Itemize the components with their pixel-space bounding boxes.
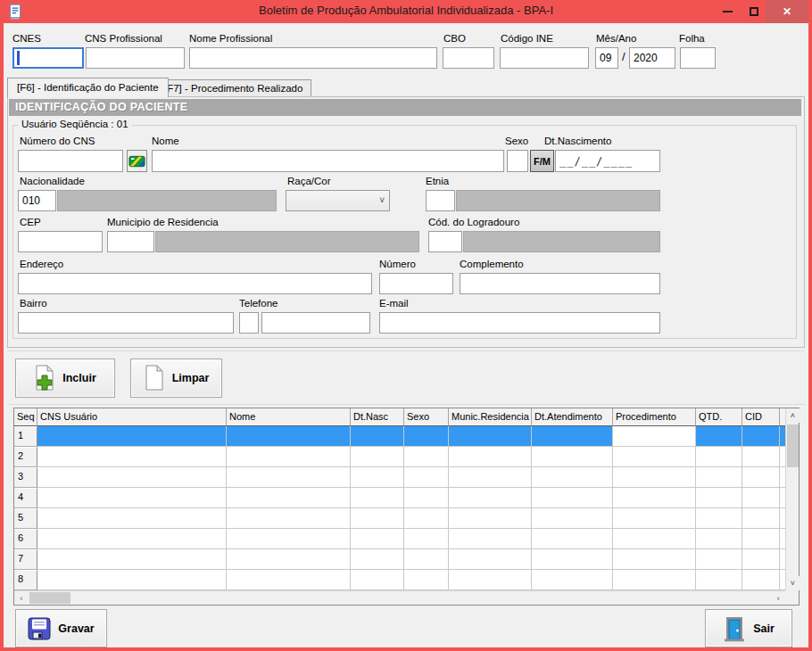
maximize-button[interactable] bbox=[741, 0, 767, 23]
incluir-button[interactable]: Incluir bbox=[15, 358, 115, 398]
codigo-ine-input[interactable] bbox=[500, 47, 589, 69]
panel-divider bbox=[7, 404, 805, 405]
patient-grid: Seq CNS Usuário Nome Dt.Nasc Sexo Munic.… bbox=[14, 408, 799, 605]
exit-door-icon bbox=[723, 615, 746, 642]
folha-input[interactable] bbox=[680, 47, 716, 69]
table-row[interactable]: 6 bbox=[14, 529, 799, 549]
cell bbox=[742, 508, 780, 529]
raca-cor-select[interactable]: ˅ bbox=[286, 190, 390, 211]
email-input[interactable] bbox=[379, 312, 660, 334]
cell bbox=[742, 570, 780, 590]
cell bbox=[37, 467, 227, 488]
cell bbox=[449, 488, 532, 508]
cell-focused bbox=[613, 426, 696, 447]
table-row[interactable]: 3 bbox=[14, 467, 799, 488]
cell bbox=[449, 447, 532, 467]
cell bbox=[532, 426, 613, 447]
cell bbox=[696, 570, 742, 590]
cell bbox=[742, 447, 780, 467]
raca-cor-label: Raça/Cor bbox=[287, 176, 331, 186]
cell bbox=[696, 508, 742, 529]
cell bbox=[613, 529, 696, 549]
cell bbox=[37, 570, 227, 590]
cell bbox=[696, 467, 742, 488]
horizontal-scrollbar[interactable]: ‹ › bbox=[14, 590, 785, 605]
cell bbox=[613, 447, 696, 467]
cns-profissional-input[interactable] bbox=[86, 47, 185, 69]
bairro-input[interactable] bbox=[18, 312, 234, 334]
cbo-input[interactable] bbox=[443, 47, 494, 69]
cell bbox=[532, 447, 613, 467]
cell bbox=[613, 488, 696, 508]
column-header-seq: Seq bbox=[14, 408, 37, 426]
cns-card-button[interactable] bbox=[127, 150, 147, 172]
scroll-left-icon[interactable]: ‹ bbox=[14, 591, 29, 605]
cep-input[interactable] bbox=[18, 231, 103, 252]
cell bbox=[351, 447, 404, 467]
sexo-input[interactable] bbox=[507, 150, 528, 172]
vertical-scroll-thumb[interactable] bbox=[787, 424, 799, 467]
telefone-ddd-input[interactable] bbox=[239, 312, 259, 334]
scroll-right-icon[interactable]: › bbox=[771, 591, 785, 605]
etnia-code-input[interactable] bbox=[426, 190, 455, 211]
cns-profissional-label: CNS Profissional bbox=[85, 33, 162, 44]
cnes-input[interactable] bbox=[12, 47, 84, 69]
window-title: Boletim de Produção Ambulatorial Individ… bbox=[0, 4, 812, 17]
endereco-input[interactable] bbox=[18, 273, 372, 294]
sair-button[interactable]: Sair bbox=[705, 609, 792, 647]
table-row[interactable]: 5 bbox=[14, 508, 799, 529]
scroll-down-icon[interactable]: ˅ bbox=[786, 576, 800, 590]
numero-input[interactable] bbox=[379, 273, 453, 294]
limpar-button[interactable]: Limpar bbox=[130, 358, 222, 398]
cell bbox=[696, 447, 742, 467]
logradouro-code-input[interactable] bbox=[428, 231, 462, 252]
row-seq-header: 4 bbox=[14, 488, 37, 508]
email-label: E-mail bbox=[379, 298, 409, 309]
column-header-munic-residencia: Munic.Residencia bbox=[449, 408, 532, 426]
cell bbox=[351, 488, 404, 508]
nacionalidade-code-input[interactable] bbox=[18, 190, 56, 211]
complemento-input[interactable] bbox=[460, 273, 660, 294]
column-header-procedimento: Procedimento bbox=[613, 408, 696, 426]
cell bbox=[742, 549, 780, 570]
sexo-toggle-button[interactable]: F/M bbox=[530, 150, 554, 172]
cns-card-icon bbox=[128, 154, 145, 169]
cep-label: CEP bbox=[20, 217, 41, 227]
table-row[interactable]: 2 bbox=[14, 447, 799, 467]
minimize-button[interactable] bbox=[714, 0, 741, 23]
cell bbox=[532, 570, 613, 590]
nome-profissional-label: Nome Profissional bbox=[189, 33, 272, 44]
dt-nascimento-input[interactable] bbox=[555, 150, 660, 172]
row-seq-header: 5 bbox=[14, 508, 37, 529]
municipio-code-input[interactable] bbox=[107, 231, 154, 252]
nome-paciente-input[interactable] bbox=[152, 150, 504, 172]
tab-procedimento-realizado[interactable]: [F7] - Procedimento Realizado bbox=[155, 79, 311, 96]
telefone-input[interactable] bbox=[261, 312, 370, 334]
ano-input[interactable] bbox=[629, 47, 675, 69]
vertical-scrollbar[interactable]: ˄ ˅ bbox=[785, 408, 799, 590]
cell bbox=[227, 447, 351, 467]
sair-label: Sair bbox=[753, 622, 775, 635]
cell bbox=[449, 467, 532, 488]
cell bbox=[449, 549, 532, 570]
table-row-selected[interactable]: 1 bbox=[14, 426, 799, 447]
add-document-icon bbox=[34, 365, 55, 391]
nome-profissional-input[interactable] bbox=[189, 47, 437, 69]
table-row[interactable]: 4 bbox=[14, 488, 799, 508]
table-row[interactable]: 8 bbox=[14, 570, 799, 590]
table-row[interactable]: 7 bbox=[14, 549, 799, 570]
numero-cns-input[interactable] bbox=[18, 150, 123, 172]
cell bbox=[351, 467, 404, 488]
close-button[interactable]: ✕ bbox=[766, 0, 808, 23]
text-caret bbox=[17, 51, 20, 65]
titlebar[interactable]: Boletim de Produção Ambulatorial Individ… bbox=[0, 0, 812, 23]
cell bbox=[404, 467, 449, 488]
mes-input[interactable] bbox=[595, 47, 618, 69]
cell bbox=[351, 570, 404, 590]
scroll-up-icon[interactable]: ˄ bbox=[786, 408, 800, 423]
gravar-button[interactable]: Gravar bbox=[15, 609, 107, 647]
tab-identificacao-paciente[interactable]: [F6] - Identificação do Paciente bbox=[7, 78, 169, 97]
cell bbox=[404, 447, 449, 467]
cell bbox=[351, 426, 404, 447]
horizontal-scroll-thumb[interactable] bbox=[29, 592, 70, 604]
